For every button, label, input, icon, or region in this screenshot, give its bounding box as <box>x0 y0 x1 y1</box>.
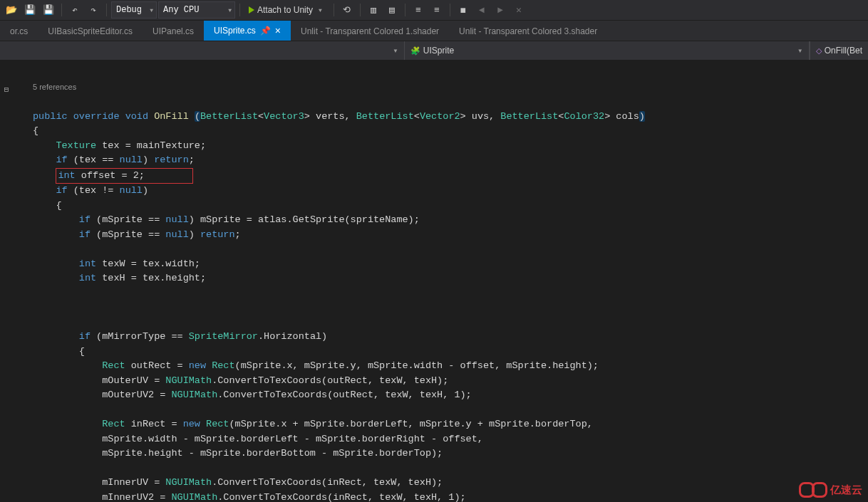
tab-file-0[interactable]: or.cs <box>0 22 38 41</box>
nav-empty-left[interactable]: ▼ <box>0 41 405 60</box>
indent-icon[interactable]: ≡ <box>410 2 427 18</box>
tab-file-3[interactable]: UISprite.cs📌× <box>204 21 291 41</box>
pin-icon[interactable]: 📌 <box>260 26 271 36</box>
method-icon: ◇ <box>816 46 822 56</box>
document-tabs: or.cs UIBasicSpriteEditor.cs UIPanel.cs … <box>0 21 868 41</box>
codelens-references[interactable]: 5 references <box>33 80 868 95</box>
debug-start-button[interactable]: Attach to Unity ▼ <box>244 2 329 18</box>
bookmark-icon[interactable]: ◼ <box>455 2 472 18</box>
play-icon <box>249 6 254 14</box>
tool-icon-2[interactable]: ▥ <box>365 2 382 18</box>
nav-method-dropdown[interactable]: ◇ OnFill(Bet <box>810 41 868 60</box>
open-file-icon[interactable]: 📂 <box>3 2 20 18</box>
tool-icon-1[interactable]: ⟲ <box>339 2 356 18</box>
navigation-bar: ▼ 🧩 UISprite ▼ ◇ OnFill(Bet <box>0 41 868 61</box>
code-content[interactable]: 5 references public override void OnFill… <box>13 61 868 502</box>
nav-class-dropdown[interactable]: 🧩 UISprite ▼ <box>405 41 810 60</box>
code-editor[interactable]: ⊟ 5 references public override void OnFi… <box>0 61 868 502</box>
bookmark-next-icon: ► <box>492 2 509 18</box>
tool-icon-3[interactable]: ▤ <box>383 2 401 18</box>
save-all-icon[interactable]: 💾 <box>40 2 57 18</box>
gutter: ⊟ <box>0 61 13 502</box>
tab-file-4[interactable]: Unlit - Transparent Colored 1.shader <box>291 22 449 41</box>
undo-icon[interactable]: ↶ <box>66 2 83 18</box>
save-icon[interactable]: 💾 <box>21 2 38 18</box>
platform-dropdown[interactable]: Any CPU▼ <box>158 1 235 19</box>
watermark-logo-icon <box>812 482 827 498</box>
highlighted-line: int offset = 2; <box>56 168 192 184</box>
outdent-icon[interactable]: ≡ <box>428 2 445 18</box>
tab-file-2[interactable]: UIPanel.cs <box>143 22 204 41</box>
tab-file-5[interactable]: Unlit - Transparent Colored 3.shader <box>449 22 607 41</box>
main-toolbar: 📂 💾 💾 ↶ ↷ Debug▼ Any CPU▼ Attach to Unit… <box>0 0 868 21</box>
class-icon: 🧩 <box>410 46 420 56</box>
watermark: 亿速云 <box>799 482 862 498</box>
collapse-icon[interactable]: ⊟ <box>0 85 13 94</box>
config-dropdown[interactable]: Debug▼ <box>111 1 157 19</box>
bookmark-prev-icon: ◄ <box>473 2 490 18</box>
redo-icon[interactable]: ↷ <box>85 2 102 18</box>
bookmark-clear-icon: ✕ <box>510 2 527 18</box>
tab-file-1[interactable]: UIBasicSpriteEditor.cs <box>38 22 143 41</box>
close-icon[interactable]: × <box>275 25 281 36</box>
